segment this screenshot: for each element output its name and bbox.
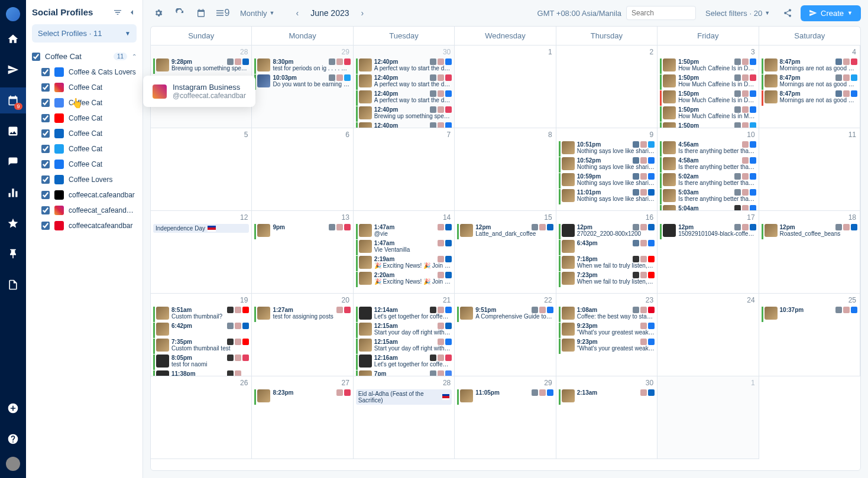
profile-item[interactable]: coffeecat.cafeandbar [32,187,137,203]
profile-checkbox[interactable] [41,99,50,107]
calendar-event[interactable]: 12pmLatte_and_dark_coffee [457,224,553,239]
calendar-event[interactable]: 12:14amLet's get together for coffe… [356,307,452,322]
calendar-event[interactable]: 1:50pmHow Much Caffeine Is in Mo… [660,122,756,128]
calendar-cell[interactable]: 278:23pm [252,376,353,459]
calendar-cell[interactable]: 2510:37pm [759,294,860,376]
calendar-event[interactable]: 11:38pmIs there anything better tha… [153,370,249,376]
calendar-event[interactable]: 7:18pmWhen we fail to truly listen, … [559,256,655,271]
next-month-icon[interactable]: › [361,8,364,18]
calendar-cell[interactable]: 1812pmRoasted_coffee_beans [759,211,860,294]
profile-checkbox[interactable] [41,206,50,214]
calendar-event[interactable]: 12pm270202_2200-800x1200 [559,224,655,239]
calendar-event[interactable]: 6:42pm [153,323,249,338]
calendar-event[interactable]: 9:51pmA Comprehensive Guide to… [457,307,553,322]
profile-checkbox[interactable] [41,68,50,76]
calendar-event[interactable]: 1:47am@vie [356,224,452,239]
profile-item[interactable]: Coffee Cat [32,126,137,141]
calendar-event[interactable]: 2:19am🎉 Exciting News! 🎉 Join me in g… [356,256,452,271]
calendar-event[interactable]: 12:15amStart your day off right with a c… [356,339,452,354]
calendar-event[interactable]: 6:43pm [559,240,655,255]
calendar-event[interactable]: 10:59pmNothing says love like shari… [559,173,655,188]
share-icon[interactable] [779,5,796,21]
calendar-event[interactable]: 8:47pmMornings are not as good … [762,90,857,106]
calendar-event[interactable]: 7:35pmCustom thumbnail test [153,339,249,354]
profile-checkbox[interactable] [41,191,50,199]
nav-home-icon[interactable] [0,26,26,52]
calendar-cell[interactable]: 298:30pmtest for periods on ig . . . . …… [252,45,353,128]
calendar-cell[interactable]: 7 [354,128,455,211]
calendar-event[interactable]: 11:05pm [457,389,553,405]
calendar-event[interactable]: 1:08amCoffee: the best way to sta… [559,307,655,322]
calendar-cell[interactable]: 12Independence Day [151,211,252,294]
select-profiles-dropdown[interactable]: Select Profiles · 11 ▼ [32,24,137,43]
calendar-event[interactable]: 10:51pmNothing says love like shari… [559,141,655,157]
calendar-cell[interactable]: 28Eid al-Adha (Feast of the Sacrifice) [354,376,455,459]
profile-checkbox[interactable] [41,160,50,168]
chevron-left-icon[interactable] [127,8,137,17]
calendar-event[interactable]: 9:23pm"What's your greatest weakness… [559,323,655,338]
calendar-cell[interactable]: 139pm [252,211,353,294]
nav-pin-icon[interactable] [0,241,26,267]
filter-icon[interactable] [113,8,122,17]
calendar-event[interactable]: 10:03pmDo you want to be earning … [254,74,350,90]
profile-item[interactable]: Coffee Cat [32,95,137,110]
calendar-cell[interactable]: 1 [455,45,556,128]
nav-reports-icon[interactable] [0,272,26,298]
profile-item[interactable]: Coffee & Cats Lovers [32,64,137,80]
collapse-icon[interactable]: ⌃ [132,53,137,60]
calendar-cell[interactable]: 24 [658,294,759,376]
calendar-cell[interactable]: 910:51pmNothing says love like shari…10:… [556,128,658,211]
profile-item[interactable]: coffeecatcafeandbar [32,218,137,233]
calendar-event[interactable]: 1:50pmHow Much Caffeine Is in De… [660,58,756,74]
profile-item[interactable]: Coffee Cat [32,110,137,126]
profile-item[interactable]: Coffee Cat [32,80,137,95]
calendar-cell[interactable]: 2112:14amLet's get together for coffe…12… [354,294,455,376]
calendar-event[interactable]: 12:40pmA perfect way to start the d… [356,90,452,106]
profile-item[interactable]: Coffee Lovers [32,172,137,187]
filters-dropdown[interactable]: Select filters · 20 ▼ [701,6,775,20]
calendar-event[interactable]: 2:13am [559,389,655,405]
calendar-event[interactable]: 5:03amIs there anything better tha… [660,189,756,204]
profile-checkbox[interactable] [41,145,50,153]
nav-send-icon[interactable] [0,57,26,83]
nav-image-icon[interactable] [0,118,26,144]
calendar-event[interactable]: 12:40pmBrewing up something spe… [356,106,452,122]
profile-item[interactable]: Coffee Cat [32,157,137,172]
profile-item[interactable]: coffeecat_cafeandbar [32,203,137,218]
calendar-event[interactable]: 1:50pmHow Much Caffeine Is in De… [660,90,756,106]
profile-checkbox[interactable] [41,114,50,122]
calendar-event[interactable]: 7pm|| BORG || Enige boer kan d… [356,370,452,376]
calendar-cell[interactable]: 6 [252,128,353,211]
calendar-cell[interactable]: 198:51amCustom thumbnail?6:42pm7:35pmCus… [151,294,252,376]
view-dropdown[interactable]: Monthly ▼ [235,6,279,20]
calendar-event[interactable]: 10:52pmNothing says love like shari… [559,157,655,173]
calendar-cell[interactable]: 26 [151,376,252,459]
calendar-cell[interactable]: 1512pmLatte_and_dark_coffee [455,211,556,294]
calendar-cell[interactable]: 11 [759,128,860,211]
calendar-event[interactable]: 12:40pmBrewing up something spe… [356,122,452,128]
search-input[interactable] [626,6,696,20]
calendar-event[interactable]: 10:37pm [762,307,857,322]
calendar-event[interactable]: 4:58amIs there anything better than the… [660,157,756,173]
calendar-event[interactable]: 1:47amVie Ventanilla [356,240,452,255]
profile-checkbox[interactable] [41,129,50,138]
nav-calendar-icon[interactable]: 9 [0,87,26,113]
nav-help-icon[interactable] [0,426,26,452]
calendar-event[interactable]: 9:23pm"What's your greatest weakness… [559,339,655,354]
profile-checkbox[interactable] [41,175,50,184]
refresh-icon[interactable] [171,5,188,21]
calendar-view-icon[interactable] [193,5,209,21]
create-button[interactable]: Create ▼ [801,5,861,21]
profile-checkbox[interactable] [41,222,50,230]
calendar-event[interactable]: 12pmRoasted_coffee_beans [762,224,857,239]
calendar-event[interactable]: 12pm150929101049-black-coffee… [660,224,756,239]
calendar-event[interactable]: 2:20am🎉 Exciting News! 🎉 Join me in g… [356,272,452,287]
calendar-event[interactable]: 8:05pmtest for naomi [153,355,249,370]
calendar-event[interactable]: 9pm [254,224,350,239]
calendar-cell[interactable]: 231:08amCoffee: the best way to sta…9:23… [556,294,658,376]
calendar-event[interactable]: 12:40pmA perfect way to start the d… [356,74,452,90]
calendar-event[interactable]: 11:01pmNothing says love like shari… [559,189,655,204]
calendar-event[interactable]: 5:02amIs there anything better tha… [660,173,756,188]
calendar-event[interactable]: 12:40pmA perfect way to start the d… [356,58,452,74]
calendar-cell[interactable]: 8 [455,128,556,211]
